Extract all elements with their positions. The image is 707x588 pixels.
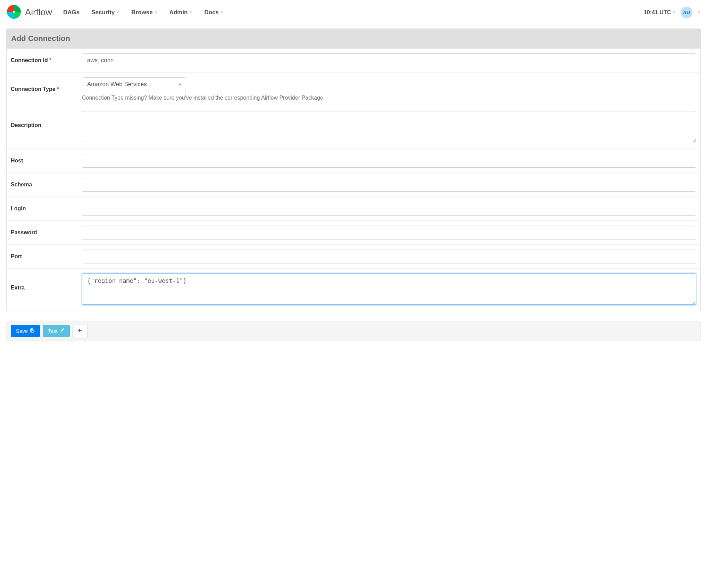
label-schema: Schema bbox=[11, 182, 82, 188]
nav-right: 10:41 UTC ▼ AU ▼ bbox=[644, 7, 701, 18]
conn-type-selected: Amazon Web Services bbox=[87, 81, 147, 88]
chevron-down-icon: ▼ bbox=[154, 10, 158, 14]
label-conn-type-text: Connection Type bbox=[11, 86, 56, 92]
label-host: Host bbox=[11, 158, 82, 164]
chevron-down-icon: ▼ bbox=[672, 10, 676, 14]
port-input[interactable] bbox=[82, 250, 696, 263]
extra-input[interactable] bbox=[82, 274, 696, 305]
navbar: Airflow DAGs Security ▼ Browse ▼ Admin ▼… bbox=[0, 0, 707, 25]
nav-security[interactable]: Security ▼ bbox=[91, 9, 119, 16]
label-conn-id: Connection Id * bbox=[11, 57, 82, 64]
label-password: Password bbox=[11, 229, 82, 236]
nav-docs-label: Docs bbox=[204, 9, 219, 16]
row-extra: Extra bbox=[7, 268, 700, 311]
chevron-down-icon: ▼ bbox=[189, 10, 192, 14]
save-button-label: Save bbox=[16, 328, 28, 334]
nav-browse-label: Browse bbox=[131, 9, 152, 16]
row-conn-id: Connection Id * bbox=[7, 49, 700, 72]
required-asterisk: * bbox=[57, 86, 59, 92]
page-title: Add Connection bbox=[6, 28, 701, 49]
conn-id-input[interactable] bbox=[82, 53, 696, 67]
label-extra: Extra bbox=[11, 274, 82, 291]
password-input[interactable] bbox=[82, 226, 696, 240]
avatar-initials: AU bbox=[683, 10, 690, 15]
form-panel: Connection Id * Connection Type * Amazon… bbox=[6, 49, 701, 311]
nav-browse[interactable]: Browse ▼ bbox=[131, 9, 157, 16]
label-conn-type: Connection Type * bbox=[11, 86, 82, 92]
back-button[interactable] bbox=[73, 325, 88, 337]
description-input[interactable] bbox=[82, 111, 696, 142]
label-port: Port bbox=[11, 253, 82, 260]
save-icon bbox=[30, 328, 35, 334]
page: Add Connection Connection Id * Connectio… bbox=[0, 25, 707, 351]
row-password: Password bbox=[7, 220, 700, 244]
avatar[interactable]: AU bbox=[681, 7, 692, 18]
label-description: Description bbox=[11, 111, 82, 128]
rocket-icon bbox=[60, 328, 65, 334]
label-login: Login bbox=[11, 205, 82, 212]
nav-admin-label: Admin bbox=[169, 9, 188, 16]
clock-time: 10:41 UTC bbox=[644, 9, 671, 16]
nav-docs[interactable]: Docs ▼ bbox=[204, 9, 223, 16]
label-conn-id-text: Connection Id bbox=[11, 57, 48, 63]
row-login: Login bbox=[7, 196, 700, 220]
nav-dags-label: DAGs bbox=[63, 9, 80, 16]
chevron-down-icon: ▼ bbox=[116, 10, 119, 14]
row-schema: Schema bbox=[7, 173, 700, 196]
nav-dags[interactable]: DAGs bbox=[63, 9, 80, 16]
conn-type-select[interactable]: Amazon Web Services bbox=[82, 77, 186, 91]
chevron-down-icon: ▼ bbox=[697, 10, 701, 14]
test-button[interactable]: Test bbox=[43, 325, 70, 337]
row-host: Host bbox=[7, 149, 700, 173]
save-button[interactable]: Save bbox=[11, 325, 40, 337]
nav-security-label: Security bbox=[91, 9, 115, 16]
row-port: Port bbox=[7, 244, 700, 268]
test-button-label: Test bbox=[48, 328, 58, 334]
nav-admin[interactable]: Admin ▼ bbox=[169, 9, 193, 16]
row-description: Description bbox=[7, 106, 700, 149]
brand[interactable]: Airflow bbox=[6, 4, 52, 21]
chevron-down-icon: ▼ bbox=[220, 10, 224, 14]
host-input[interactable] bbox=[82, 154, 696, 168]
row-conn-type: Connection Type * Amazon Web Services ▼ … bbox=[7, 72, 700, 106]
login-input[interactable] bbox=[82, 202, 696, 216]
actions-bar: Save Test bbox=[6, 321, 701, 341]
conn-type-help: Connection Type missing? Make sure you'v… bbox=[82, 95, 696, 101]
svg-point-0 bbox=[13, 11, 15, 13]
required-asterisk: * bbox=[49, 57, 51, 63]
schema-input[interactable] bbox=[82, 178, 696, 192]
clock[interactable]: 10:41 UTC ▼ bbox=[644, 9, 676, 16]
nav-links: DAGs Security ▼ Browse ▼ Admin ▼ Docs ▼ bbox=[63, 9, 224, 16]
brand-name: Airflow bbox=[25, 7, 52, 18]
arrow-left-icon bbox=[78, 328, 83, 334]
airflow-logo-icon bbox=[6, 4, 22, 21]
